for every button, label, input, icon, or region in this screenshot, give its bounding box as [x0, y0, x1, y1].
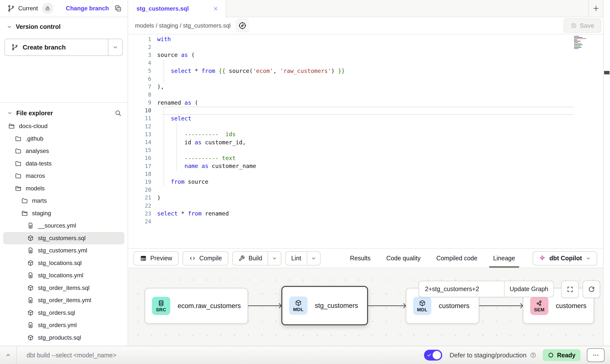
refresh-graph-button[interactable]: [583, 281, 600, 298]
lineage-panel[interactable]: Update Graph SRCecom.raw_customersMDLstg…: [128, 268, 603, 346]
update-graph-button[interactable]: Update Graph: [504, 281, 553, 297]
lineage-node[interactable]: MDLstg_customers: [281, 286, 368, 325]
lint-button[interactable]: Lint: [286, 252, 306, 265]
node-type-label: SEM: [534, 307, 545, 313]
sparkle-icon: [539, 255, 546, 262]
file-tree-item[interactable]: stg_locations.sql: [3, 257, 124, 269]
compile-label: Compile: [199, 255, 222, 262]
cube-icon: [295, 299, 302, 307]
line-number: 19: [128, 179, 157, 185]
node-label: customers: [439, 302, 470, 310]
branch-locked-badge: [42, 3, 53, 14]
new-tab-button[interactable]: [589, 0, 603, 17]
tab-compiled-code[interactable]: Compiled code: [428, 249, 485, 268]
file-health-button[interactable]: [236, 19, 249, 33]
lineage-node[interactable]: SRCecom.raw_customers: [145, 288, 248, 324]
save-button[interactable]: Save: [564, 18, 601, 33]
code-line: 6: [128, 75, 603, 83]
file-tree: docs-cloud.githubanalysesdata-testsmacro…: [0, 120, 128, 344]
file-tree-item[interactable]: stg_customers.sql: [3, 232, 124, 245]
lint-split-button: Lint: [285, 251, 320, 265]
fullscreen-button[interactable]: [561, 281, 579, 298]
minimap[interactable]: [574, 36, 591, 51]
status-bar: dbt build --select <model_name> Defer to…: [0, 346, 610, 364]
file-name: docs-cloud: [19, 123, 48, 130]
line-number: 8: [128, 92, 157, 98]
compile-button[interactable]: Compile: [183, 251, 228, 265]
create-branch-menu-button[interactable]: [108, 39, 122, 55]
ellipsis-icon: [592, 352, 599, 359]
file-tree-item[interactable]: stg_customers.yml: [3, 244, 124, 257]
file-tree-item[interactable]: analyses: [3, 145, 124, 157]
code-line: 5 select * from {{ source('ecom', 'raw_c…: [128, 67, 603, 75]
file-tree-item[interactable]: docs-cloud: [3, 120, 124, 132]
line-number: 3: [128, 52, 157, 58]
search-icon[interactable]: [114, 109, 122, 117]
line-number: 13: [128, 131, 157, 137]
lock-icon: [45, 6, 50, 11]
code-line: 15: [128, 146, 603, 154]
create-branch-main[interactable]: Create branch: [5, 39, 108, 55]
command-input[interactable]: dbt build --select <model_name>: [27, 352, 116, 359]
node-type-badge: SRC: [152, 297, 170, 315]
right-scroll-rail: [603, 0, 610, 346]
version-control-title: Version control: [16, 23, 61, 30]
create-branch-button[interactable]: Create branch: [4, 39, 123, 56]
cube-icon: [27, 284, 34, 291]
lineage-filter-input[interactable]: [419, 281, 504, 297]
change-branch-link[interactable]: Change branch: [66, 5, 109, 12]
version-control-section-header[interactable]: Version control: [0, 23, 128, 30]
file-tree-item[interactable]: models: [3, 182, 124, 195]
collapse-panel-button[interactable]: [0, 346, 16, 364]
file-tree-item[interactable]: macros: [3, 170, 124, 182]
sidebar: Current Change branch Version control Cr…: [0, 0, 128, 346]
ready-label: Ready: [557, 352, 576, 359]
file-tree-item[interactable]: stg_order_items.yml: [3, 294, 124, 307]
file-tree-item[interactable]: data-tests: [3, 157, 124, 170]
file-tree-item[interactable]: stg_products.sql: [3, 331, 124, 344]
chevron-down-icon: [6, 24, 12, 30]
file-tree-item[interactable]: stg_order_items.sql: [3, 282, 124, 294]
line-number: 21: [128, 195, 157, 201]
code-line: 14 id as customer_id,: [128, 138, 603, 146]
code-editor[interactable]: 1with23source as (45 select * from {{ so…: [128, 34, 603, 248]
close-icon[interactable]: [212, 5, 219, 12]
tab-lineage[interactable]: Lineage: [485, 249, 523, 268]
defer-toggle[interactable]: [424, 350, 442, 361]
more-options-button[interactable]: [587, 348, 605, 362]
build-menu-button[interactable]: [268, 252, 281, 265]
code-line: 2: [128, 43, 603, 51]
help-icon[interactable]: [530, 352, 536, 358]
file-tree-item[interactable]: staging: [3, 207, 124, 220]
file-tree-item[interactable]: stg_orders.sql: [3, 307, 124, 319]
line-number: 11: [128, 115, 157, 121]
table-icon: [140, 255, 147, 262]
share-nodes-icon: [536, 299, 543, 307]
preview-button[interactable]: Preview: [134, 251, 179, 265]
file-tree-item[interactable]: __sources.yml: [3, 219, 124, 232]
lint-menu-button[interactable]: [307, 252, 320, 265]
folder-open-icon: [8, 123, 15, 130]
file-tree-item[interactable]: marts: [3, 195, 124, 207]
dbt-copilot-button[interactable]: dbt Copilot: [533, 251, 597, 265]
file-tree-item[interactable]: .github: [3, 132, 124, 145]
editor-tab[interactable]: stg_customers.sql: [128, 0, 226, 17]
scrollbar-thumb[interactable]: [604, 71, 610, 74]
lineage-filter-combo: Update Graph: [419, 281, 554, 297]
plus-icon: [592, 5, 600, 12]
code-line: 17 name as customer_name: [128, 162, 603, 170]
file-tree-item[interactable]: stg_orders.yml: [3, 319, 124, 331]
line-number: 22: [128, 203, 157, 209]
code-line: 7),: [128, 83, 603, 91]
tab-code-quality[interactable]: Code quality: [378, 249, 428, 268]
code-line: 13 ---------- ids: [128, 130, 603, 138]
copy-icon[interactable]: [114, 5, 122, 12]
line-number: 16: [128, 155, 157, 161]
code-line: 4: [128, 59, 603, 67]
file-tree-item[interactable]: stg_locations.yml: [3, 269, 124, 282]
build-button[interactable]: Build: [233, 252, 268, 265]
line-number: 12: [128, 123, 157, 130]
save-icon: [571, 22, 577, 29]
file-explorer-header[interactable]: File explorer: [0, 106, 128, 120]
tab-results[interactable]: Results: [342, 249, 378, 268]
